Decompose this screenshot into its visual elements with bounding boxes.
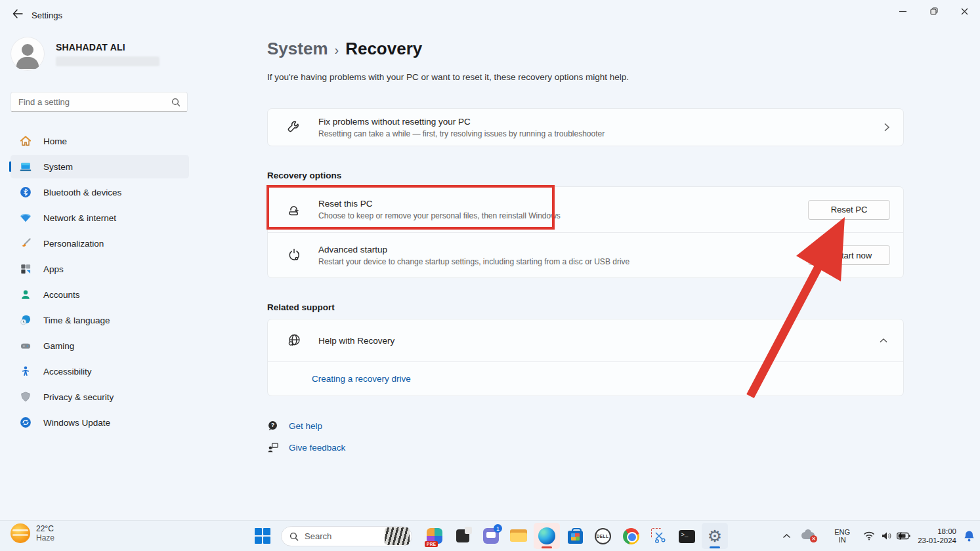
notifications-button[interactable] <box>964 521 975 551</box>
desktops-app-button[interactable] <box>450 523 476 549</box>
weather-widget[interactable]: 22°C Haze <box>11 523 54 543</box>
sidebar-item-windows-update[interactable]: Windows Update <box>11 411 189 434</box>
give-feedback-row: Give feedback <box>267 440 904 455</box>
get-help-row: ? Get help <box>267 418 904 433</box>
sidebar-item-label: System <box>43 162 73 172</box>
windows-logo-icon <box>255 528 270 544</box>
advanced-startup-icon <box>286 247 302 263</box>
sidebar-item-accessibility[interactable]: Accessibility <box>11 359 189 383</box>
tray-overflow-button[interactable] <box>782 521 791 551</box>
minimize-button[interactable] <box>887 0 918 22</box>
sidebar-item-system[interactable]: System <box>11 155 189 178</box>
chrome-button[interactable] <box>618 523 644 549</box>
sidebar-item-network-internet[interactable]: Network & internet <box>11 206 189 230</box>
start-button[interactable] <box>249 523 276 549</box>
personalization-icon <box>19 237 32 250</box>
sidebar-item-gaming[interactable]: Gaming <box>11 334 189 357</box>
profile-email-blurred <box>56 56 160 66</box>
home-icon <box>19 134 32 148</box>
windows-update-icon <box>19 416 32 429</box>
settings-search-input[interactable]: Find a setting <box>11 92 188 112</box>
sidebar-item-time-language[interactable]: Time & language <box>11 308 189 332</box>
profile[interactable]: SHAHADAT ALI <box>11 37 197 71</box>
profile-name: SHAHADAT ALI <box>56 42 160 52</box>
language-region: IN <box>834 536 850 544</box>
app-title: Settings <box>32 10 62 20</box>
back-arrow-icon <box>12 9 23 18</box>
reset-pc-button[interactable]: Reset PC <box>808 200 890 220</box>
chevron-up-icon <box>782 533 791 539</box>
store-icon <box>568 531 583 544</box>
snipping-tool-button[interactable] <box>646 523 672 549</box>
sidebar-nav: Home System Bluetooth & devices Network … <box>11 129 197 434</box>
notification-bell-icon <box>964 530 975 542</box>
settings-search-placeholder: Find a setting <box>18 97 70 107</box>
restart-now-button[interactable]: Restart now <box>808 245 890 265</box>
wifi-status-button[interactable] <box>863 521 875 551</box>
language-code: ENG <box>834 528 850 536</box>
restore-button[interactable] <box>918 0 949 22</box>
settings-app-button[interactable]: ⚙ <box>702 523 728 549</box>
breadcrumb-system[interactable]: System <box>267 39 328 58</box>
chrome-icon <box>623 528 639 544</box>
volume-button[interactable] <box>881 521 892 551</box>
chevron-up-icon[interactable] <box>880 338 887 343</box>
footer-links: ? Get help Give feedback <box>267 418 904 455</box>
terminal-button[interactable] <box>673 523 700 549</box>
sidebar-item-personalization[interactable]: Personalization <box>11 232 189 255</box>
edge-icon <box>538 527 555 544</box>
weather-condition: Haze <box>36 533 54 542</box>
get-help-link[interactable]: Get help <box>289 421 322 431</box>
dell-app-button[interactable]: DELL <box>589 523 616 549</box>
sidebar-item-privacy-security[interactable]: Privacy & security <box>11 385 189 409</box>
privacy-shield-icon <box>19 390 32 403</box>
restore-icon <box>930 7 938 15</box>
clock-tray[interactable]: 18:00 23-01-2024 <box>918 521 956 551</box>
sidebar-item-label: Bluetooth & devices <box>43 188 121 197</box>
tray-date: 23-01-2024 <box>918 536 956 545</box>
chevron-right-icon <box>884 123 890 132</box>
creating-recovery-drive-link[interactable]: Creating a recovery drive <box>312 374 411 384</box>
sidebar-item-label: Apps <box>43 264 64 274</box>
give-feedback-link[interactable]: Give feedback <box>289 443 345 453</box>
sidebar-item-label: Home <box>43 136 67 146</box>
sidebar-item-bluetooth-devices[interactable]: Bluetooth & devices <box>11 180 189 204</box>
desktop: { "titlebar": { "title": "Settings" }, "… <box>0 0 980 551</box>
dell-icon: DELL <box>595 528 611 544</box>
fix-problems-text: Fix problems without resetting your PC R… <box>318 117 605 138</box>
fix-problems-subtitle: Resetting can take a while — first, try … <box>318 129 605 138</box>
language-switcher[interactable]: ENG IN <box>834 521 850 551</box>
help-with-recovery-row[interactable]: Help with Recovery <box>268 319 903 361</box>
microsoft-store-button[interactable] <box>562 523 588 549</box>
terminal-icon <box>679 530 695 543</box>
main-content: System›Recovery If you're having problem… <box>267 26 904 462</box>
advanced-startup-subtitle: Restart your device to change startup se… <box>318 257 629 266</box>
close-button[interactable] <box>949 0 980 22</box>
minimize-icon <box>899 8 906 15</box>
edge-browser-button[interactable] <box>534 523 560 549</box>
window-controls <box>887 0 980 22</box>
gaming-icon <box>19 339 32 352</box>
battery-charging-icon <box>897 532 910 540</box>
sidebar-item-home[interactable]: Home <box>11 129 189 153</box>
give-feedback-icon <box>267 441 279 453</box>
related-support-card: Help with Recovery Creating a recovery d… <box>267 319 904 396</box>
haze-weather-icon <box>11 523 30 543</box>
teams-chat-button[interactable]: 1 <box>478 523 504 549</box>
fix-problems-card[interactable]: Fix problems without resetting your PC R… <box>267 108 904 146</box>
sidebar-item-apps[interactable]: Apps <box>11 257 189 281</box>
battery-button[interactable] <box>897 521 910 551</box>
close-icon <box>961 8 968 15</box>
bing-daily-image-zebra[interactable] <box>385 527 410 545</box>
file-explorer-button[interactable] <box>505 523 532 549</box>
advanced-startup-text: Advanced startup Restart your device to … <box>318 245 629 266</box>
back-button[interactable] <box>8 7 28 21</box>
taskbar-search-input[interactable]: Search <box>281 526 412 546</box>
recovery-drive-row: Creating a recovery drive <box>268 361 903 396</box>
sidebar-item-label: Accessibility <box>43 367 92 377</box>
network-icon <box>19 211 32 224</box>
copilot-button[interactable]: PRE <box>421 523 448 549</box>
onedrive-status-button[interactable]: ✕ <box>801 521 817 551</box>
teams-notification-badge: 1 <box>494 524 502 533</box>
sidebar-item-accounts[interactable]: Accounts <box>11 283 189 306</box>
